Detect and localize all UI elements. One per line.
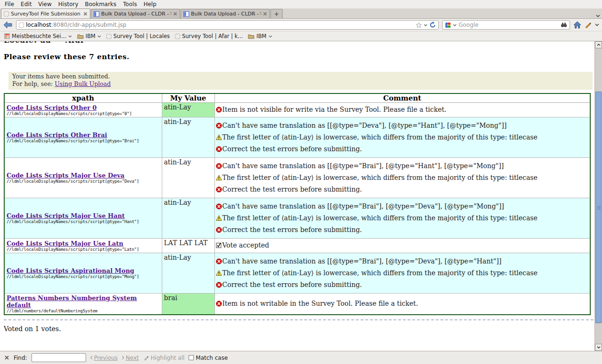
notice-line-1: Your items have been submitted. [12, 73, 589, 80]
error-icon [216, 227, 222, 233]
highlighter-icon [143, 355, 149, 361]
comment-text: Can't have same translation as [[@type="… [222, 122, 507, 130]
review-row-4: Code Lists Scripts Major Use Hant//ldml/… [4, 198, 590, 238]
submission-notice: Your items have been submitted. For help… [8, 72, 593, 90]
comment-text: Can't have same translation as [[@type="… [222, 162, 504, 170]
bookmark-star-icon[interactable] [416, 22, 422, 28]
voted-summary: Voted on 1 votes. [4, 325, 602, 333]
xpath-cell: Patterns Numbers Numbering System defaul… [4, 293, 162, 315]
warning-icon [216, 175, 222, 181]
xpath-path: //ldml/numbers/defaultNumberingSystem [7, 309, 160, 313]
bookmark-item-1[interactable]: Meistbesuchte Sei... [2, 31, 75, 41]
tab-close-icon[interactable] [173, 12, 177, 16]
xpath-path: //ldml/localeDisplayNames/scripts/script… [7, 111, 160, 116]
find-close-button[interactable] [4, 355, 9, 360]
error-icon [216, 146, 222, 152]
folder-icon [248, 34, 254, 39]
binoculars-icon[interactable] [561, 22, 567, 28]
error-icon [216, 203, 222, 209]
xpath-link[interactable]: Code Lists Scripts Aspirational Mong [7, 267, 134, 274]
tab-2[interactable]: Bulk Data Upload - CLDR - Un... [91, 9, 180, 18]
sidebar-brush-button[interactable] [585, 22, 592, 28]
review-row-2: Code Lists Scripts Other Brai//ldml/loca… [4, 117, 590, 157]
comment-text: Vote accepted [222, 241, 269, 249]
scroll-up-button[interactable] [595, 41, 602, 48]
toolbar-overflow-chevron[interactable] [595, 23, 599, 26]
tab-1[interactable]: SurveyTool File Submission | ... [1, 8, 90, 18]
back-arrow-icon [3, 21, 13, 29]
plus-icon [274, 12, 279, 16]
search-bar[interactable] [442, 20, 570, 30]
xpath-link[interactable]: Code Lists Scripts Major Use Hant [7, 212, 125, 219]
home-button[interactable] [573, 21, 581, 29]
menu-help[interactable]: Help [141, 1, 160, 8]
menu-edit[interactable]: Edit [18, 1, 35, 8]
menu-view[interactable]: View [35, 1, 55, 8]
back-button[interactable] [3, 21, 13, 29]
scrollbar-grip [597, 208, 601, 208]
comment-error: Item is not writable in the Survey Tool.… [216, 300, 589, 308]
using-bulk-upload-link[interactable]: Using Bulk Upload [55, 80, 111, 87]
find-input[interactable] [32, 353, 86, 362]
bookmark-item-4[interactable]: Survey Tool | Afar | k... [173, 31, 246, 41]
xpath-link[interactable]: Patterns Numbers Numbering System defaul… [7, 294, 160, 309]
tab-list-dropdown-button[interactable] [596, 10, 600, 19]
my-value-cell: atin-Lay [162, 117, 214, 157]
review-row-3: Code Lists Scripts Major Use Deva//ldml/… [4, 157, 590, 198]
xpath-link[interactable]: Code Lists Scripts Major Use Latn [7, 240, 123, 247]
menu-file[interactable]: File [2, 1, 18, 8]
url-dropdown-chevron-icon[interactable] [424, 24, 428, 26]
home-icon [573, 21, 581, 29]
find-label: Find: [14, 355, 27, 361]
highlight-all-button[interactable]: Highlight all [143, 355, 184, 361]
chevron-down-icon [269, 35, 272, 38]
comment-text: Can't have same translation as [[@type="… [222, 202, 504, 210]
xpath-link[interactable]: Code Lists Scripts Other 0 [7, 104, 97, 111]
xpath-path: //ldml/localeDisplayNames/scripts/script… [7, 219, 160, 224]
xpath-cell: Code Lists Scripts Other 0//ldml/localeD… [4, 102, 162, 117]
find-next-button[interactable]: Next [122, 355, 139, 361]
scroll-down-button[interactable] [595, 344, 602, 351]
match-case-toggle[interactable]: Match case [189, 355, 228, 361]
chevron-down-icon [97, 35, 101, 38]
most-visited-icon [4, 33, 10, 39]
comment-error: Item is not visible for write via the Su… [216, 106, 589, 114]
menu-bookmarks[interactable]: Bookmarks [82, 1, 120, 8]
site-favicon-placeholder [19, 23, 24, 28]
bookmark-item-3[interactable]: Survey Tool | Locales [104, 31, 173, 41]
comment-error: Can't have same translation as [[@type="… [216, 162, 589, 170]
navigation-bar: localhost:8080/cldr-apps/submit.jsp [0, 19, 602, 31]
xpath-link[interactable]: Code Lists Scripts Other Brai [7, 132, 107, 139]
tab-bar: SurveyTool File Submission | ...Bulk Dat… [0, 8, 602, 19]
comment-text: The first letter of ⟨atin-Lay⟩ is lowerc… [222, 133, 538, 141]
comment-error: Can't have same translation as [[@type="… [216, 122, 589, 130]
comment-error: Correct the test errors before submittin… [216, 226, 589, 234]
comment-text: Correct the test errors before submittin… [222, 145, 362, 153]
chevron-down-icon [68, 35, 72, 38]
menu-history[interactable]: History [55, 1, 82, 8]
new-tab-button[interactable] [270, 9, 283, 18]
column-header-xpath: xpath [4, 93, 162, 103]
comment-text: The first letter of ⟨atin-Lay⟩ is lowerc… [222, 174, 538, 182]
error-icon [216, 123, 222, 129]
url-text: localhost:8080/cldr-apps/submit.jsp [26, 22, 414, 28]
menu-tools[interactable]: Tools [120, 1, 141, 8]
search-input[interactable] [459, 22, 559, 28]
scrollbar-thumb[interactable] [595, 92, 602, 323]
search-engine-chevron-icon[interactable] [453, 24, 457, 26]
address-bar[interactable]: localhost:8080/cldr-apps/submit.jsp [16, 20, 439, 30]
match-case-checkbox[interactable] [189, 355, 194, 360]
tab-close-icon[interactable] [263, 12, 267, 16]
tab-close-icon[interactable] [83, 12, 87, 16]
tab-3[interactable]: Bulk Data Upload - CLDR - Un... [181, 9, 270, 18]
my-value-cell: atin-Lay [162, 102, 214, 117]
bookmark-item-2[interactable]: IBM [75, 31, 104, 41]
vertical-scrollbar[interactable] [594, 41, 602, 351]
comment-error: Correct the test errors before submittin… [216, 281, 589, 289]
find-previous-button[interactable]: Previous [90, 355, 118, 361]
xpath-link[interactable]: Code Lists Scripts Major Use Deva [7, 172, 125, 179]
reload-icon[interactable] [429, 22, 436, 28]
warning-icon [216, 270, 222, 276]
column-header-comment: Comment [214, 93, 590, 103]
bookmark-item-5[interactable]: IBM [246, 31, 275, 41]
